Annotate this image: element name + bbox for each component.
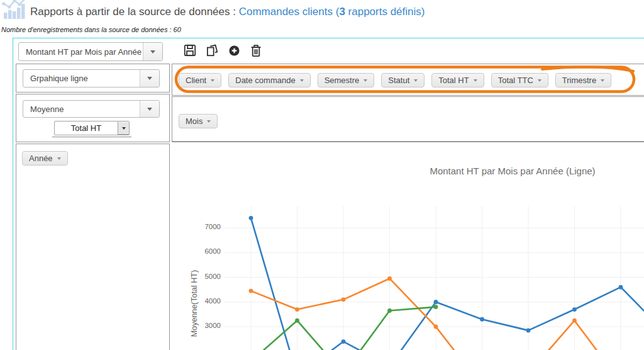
record-count-note: Nombre d'enregistrements dans la source … [1, 26, 181, 33]
y-axis-tick-label: 3000 [192, 322, 221, 329]
report-builder-page: Rapports à partir de la source de donnée… [0, 0, 644, 350]
chevron-down-icon [538, 79, 541, 82]
field-pill-label: Total HT [438, 76, 469, 85]
field-pill-label: Date commande [235, 76, 295, 85]
measure-select-button[interactable] [118, 121, 129, 135]
source-link[interactable]: Commandes clients (3 rapports définis) [239, 6, 425, 18]
y-axis-tick-label: 6000 [192, 247, 221, 255]
chevron-down-icon [207, 120, 211, 123]
plus-circle-icon [228, 45, 240, 57]
field-pill-mois[interactable]: Mois [179, 114, 218, 128]
chart-panel: Montant HT par Mois par Année (Ligne) Mo… [172, 142, 644, 350]
report-toolbar [183, 43, 263, 58]
available-fields-panel[interactable]: ClientDate commandeSemestreStatutTotal H… [172, 64, 644, 96]
chevron-down-icon [147, 108, 152, 111]
chevron-down-icon [601, 79, 604, 82]
trash-icon [250, 44, 262, 57]
available-fields-row: ClientDate commandeSemestreStatutTotal H… [179, 73, 611, 88]
chart-type-select-arrow[interactable] [140, 70, 159, 87]
y-axis-tick-label: 7000 [192, 223, 221, 230]
report-select-arrow[interactable] [143, 43, 162, 60]
field-pill-annee[interactable]: Année [22, 151, 68, 166]
chevron-down-icon [300, 79, 304, 82]
chevron-down-icon [364, 79, 367, 82]
field-pill-total-ht[interactable]: Total HT [431, 73, 484, 88]
aggregation-panel: Moyenne Total HT [16, 94, 170, 142]
field-pill-label: Trimestre [562, 76, 596, 85]
field-pill-label: Statut [388, 76, 409, 85]
add-button[interactable] [227, 43, 241, 58]
field-pill-label: Total TTC [498, 76, 533, 85]
field-pill-date-commande[interactable]: Date commande [228, 73, 310, 88]
chevron-down-icon [474, 79, 477, 82]
report-select[interactable]: Montant HT par Mois par Année ... [18, 42, 163, 61]
save-button[interactable] [183, 43, 197, 58]
chart-type-panel: Grpahique ligne [16, 64, 170, 93]
report-count: 3 [339, 6, 345, 18]
field-pill-label: Année [29, 154, 53, 163]
columns-drop-zone[interactable]: Mois [172, 96, 644, 142]
chevron-down-icon [150, 50, 155, 54]
field-pill-semestre[interactable]: Semestre [318, 73, 375, 88]
duplicate-button[interactable] [205, 43, 219, 58]
field-pill-label: Mois [186, 116, 203, 126]
chevron-down-icon [57, 157, 61, 160]
chevron-down-icon [211, 79, 214, 82]
chart-type-select[interactable]: Grpahique ligne [23, 69, 160, 88]
report-select-value: Montant HT par Mois par Année ... [19, 47, 143, 57]
bar-line-chart-icon [1, 0, 29, 24]
field-pill-statut[interactable]: Statut [381, 73, 425, 88]
chevron-down-icon [414, 79, 418, 82]
floppy-disk-icon [184, 44, 196, 57]
field-pill-trimestre[interactable]: Trimestre [555, 73, 611, 88]
field-pill-label: Semestre [325, 76, 360, 85]
measure-value: Total HT [55, 121, 118, 135]
chart-type-value: Grpahique ligne [23, 74, 140, 83]
rows-drop-zone[interactable]: Année [16, 144, 170, 350]
field-pill-total-ttc[interactable]: Total TTC [491, 73, 548, 88]
delete-button[interactable] [249, 43, 263, 58]
copy-icon [206, 44, 218, 57]
aggregation-select-arrow[interactable] [140, 101, 159, 117]
field-pill-label: Client [186, 76, 206, 85]
page-title: Rapports à partir de la source de donnée… [30, 6, 425, 18]
field-pill-client[interactable]: Client [179, 73, 221, 88]
aggregation-select[interactable]: Moyenne [23, 100, 160, 118]
y-axis-tick-label: 5000 [192, 273, 221, 280]
measure-select[interactable]: Total HT [54, 121, 130, 135]
aggregation-value: Moyenne [23, 104, 140, 114]
measure-underline [52, 137, 131, 137]
page-title-text: Rapports à partir de la source de donnée… [30, 6, 239, 18]
chart-title: Montant HT par Mois par Année (Ligne) [387, 166, 638, 176]
y-axis-tick-label: 4000 [192, 297, 221, 305]
chevron-down-icon [122, 127, 126, 130]
chevron-down-icon [147, 77, 152, 80]
report-widget: Montant HT par Mois par Année ... [13, 38, 644, 350]
